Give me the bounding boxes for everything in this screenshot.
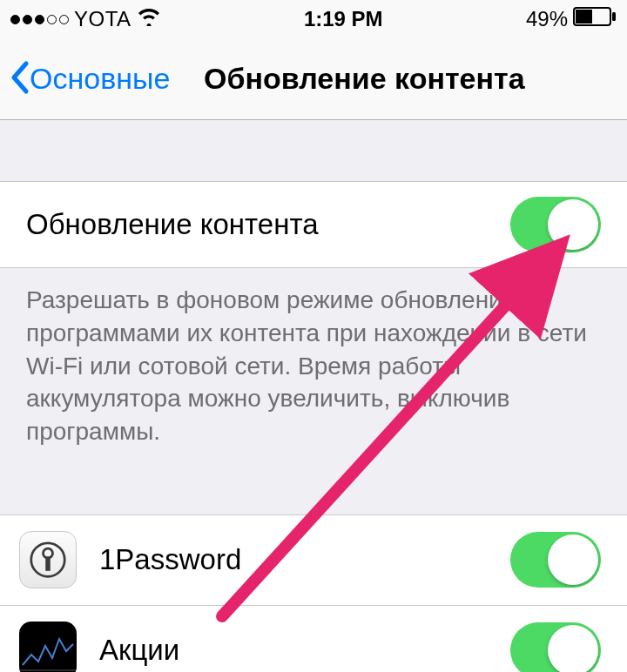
- app-toggle-stocks[interactable]: [510, 622, 601, 672]
- status-bar: YOTA 1:19 PM 49%: [0, 0, 627, 38]
- app-toggle-1password[interactable]: [510, 532, 601, 588]
- toggle-knob: [548, 199, 598, 250]
- section-footer-description: Разрешать в фоновом режиме обновление пр…: [0, 268, 627, 466]
- back-button[interactable]: Основные: [9, 60, 170, 98]
- toggle-knob: [548, 534, 598, 585]
- svg-rect-2: [612, 12, 616, 21]
- battery-percent: 49%: [526, 7, 568, 31]
- app-icon-1password: [19, 531, 77, 588]
- background-refresh-label: Обновление контента: [26, 208, 510, 241]
- background-refresh-toggle[interactable]: [510, 197, 601, 252]
- nav-bar: Основные Обновление контента: [0, 38, 627, 120]
- clock: 1:19 PM: [304, 7, 383, 31]
- app-row-stocks: Акции: [0, 605, 627, 672]
- page-title: Обновление контента: [204, 62, 525, 96]
- back-label: Основные: [30, 62, 170, 96]
- app-label: Акции: [99, 634, 510, 667]
- svg-rect-5: [45, 557, 51, 572]
- spacer: [0, 120, 627, 181]
- wifi-icon: [137, 7, 161, 31]
- chevron-left-icon: [9, 60, 31, 98]
- battery-icon: [573, 7, 617, 31]
- signal-strength-icon: [10, 15, 69, 24]
- background-refresh-row: Обновление контента: [0, 181, 627, 268]
- status-right: 49%: [526, 7, 617, 31]
- app-row-1password: 1Password: [0, 514, 627, 605]
- app-label: 1Password: [99, 543, 510, 576]
- app-icon-stocks: [19, 622, 77, 672]
- spacer: [0, 466, 627, 514]
- toggle-knob: [548, 625, 598, 672]
- status-left: YOTA: [10, 7, 161, 31]
- svg-rect-1: [576, 10, 592, 24]
- carrier-label: YOTA: [74, 7, 131, 31]
